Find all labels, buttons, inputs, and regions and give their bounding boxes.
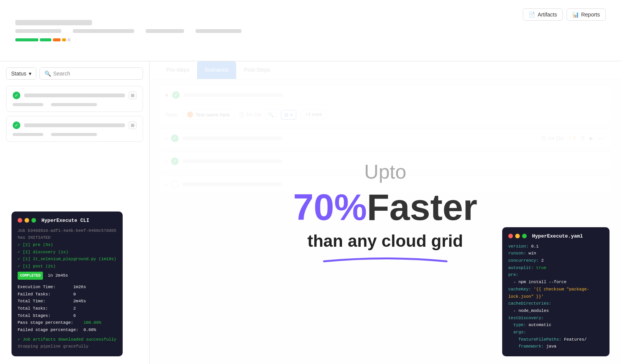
subtitle-item-2 bbox=[73, 29, 134, 33]
chevron-down-icon: ▾ bbox=[29, 71, 31, 77]
yaml-terminal-header: HyperExecute.yaml bbox=[508, 233, 603, 239]
yaml-dot-red bbox=[508, 234, 513, 238]
subtitle-row bbox=[15, 29, 606, 33]
artifacts-icon: 📄 bbox=[529, 11, 535, 18]
promo-upto: Upto bbox=[364, 160, 406, 183]
search-placeholder: Search bbox=[53, 71, 70, 77]
expand-btn-1[interactable]: ⊞ bbox=[129, 92, 136, 99]
progress-segment-2 bbox=[40, 38, 51, 41]
sidebar-item-top-2: ✓ ⊞ bbox=[13, 121, 136, 129]
cli-fail-pct: Failed stage percentage: 0.00% bbox=[18, 326, 117, 334]
cli-total-stages: Total Stages: 6 bbox=[18, 312, 117, 320]
yaml-concurrency: concurrency: 2 bbox=[508, 257, 603, 264]
progress-segment-3 bbox=[53, 38, 61, 41]
search-icon: 🔍 bbox=[44, 71, 51, 77]
check-icon-1: ✓ bbox=[13, 92, 20, 99]
terminal-dot-red bbox=[18, 218, 22, 223]
terminal-dot-yellow bbox=[25, 218, 29, 223]
subtitle-item-4 bbox=[196, 29, 242, 33]
yaml-testdiscovery: testDiscovery: bbox=[508, 315, 603, 322]
expand-icon-1[interactable]: ⊞ bbox=[129, 92, 136, 99]
terminal-body: Job b346d916-adf1-4a4b-beef-9468c57dd65 … bbox=[18, 227, 117, 350]
top-bar-actions: 📄 Artifacts 📊 Reports bbox=[523, 8, 606, 21]
reports-label: Reports bbox=[581, 11, 600, 18]
sidebar-toolbar: Status ▾ 🔍 Search bbox=[6, 67, 143, 80]
progress-bar-row bbox=[15, 38, 606, 41]
cli-stopping-line: Stopping pipeline gracefully bbox=[18, 343, 117, 350]
reports-icon: 📊 bbox=[572, 11, 579, 18]
top-bar: 📄 Artifacts 📊 Reports bbox=[0, 0, 621, 61]
sidebar-meta-2 bbox=[51, 103, 97, 106]
yaml-featurefilepaths: featureFilePaths: Features/ bbox=[508, 336, 603, 343]
sidebar-item-label-1 bbox=[24, 93, 125, 97]
cli-terminal: HyperExecute CLI Job b346d916-adf1-4a4b-… bbox=[12, 212, 123, 356]
artifacts-label: Artifacts bbox=[537, 11, 557, 18]
terminal-dot-green bbox=[31, 218, 36, 223]
progress-segment-1 bbox=[15, 38, 38, 41]
promo-faster: Faster bbox=[367, 186, 477, 228]
cli-line-1: Job b346d916-adf1-4a4b-beef-9468c57dd65 bbox=[18, 227, 117, 234]
yaml-cachekey: cacheKey: '{{ checksum "package-lock.jso… bbox=[508, 286, 603, 300]
progress-segment-4 bbox=[62, 38, 66, 41]
yaml-nodemodules: - node_modules bbox=[508, 307, 603, 315]
sidebar-item[interactable]: ✓ ⊞ bbox=[6, 86, 143, 112]
yaml-dot-green bbox=[522, 234, 527, 238]
cli-total-tasks: Total Tasks: 2 bbox=[18, 305, 117, 312]
cli-line-5: ✓ [1] lt_selenium_playground.py (1m18s) bbox=[18, 256, 117, 263]
sidebar-meta-3 bbox=[13, 133, 43, 136]
sidebar-meta-4 bbox=[51, 133, 97, 136]
sidebar-item-2[interactable]: ✓ ⊞ bbox=[6, 116, 143, 142]
yaml-terminal: HyperExecute.yaml version: 0.1 runson: w… bbox=[502, 227, 610, 356]
completed-badge: COMPLETED bbox=[18, 272, 43, 280]
cli-line-4: ✓ [2] discovery (1s) bbox=[18, 249, 117, 256]
cli-failed-tasks: Failed Tasks: 0 bbox=[18, 291, 117, 298]
expand-icon-2[interactable]: ⊞ bbox=[129, 121, 136, 129]
cli-total-time: Total Time: 2m45s bbox=[18, 298, 117, 305]
subtitle-item-1 bbox=[15, 29, 61, 33]
yaml-cachedirs: cacheDirectories: bbox=[508, 300, 603, 307]
yaml-body: version: 0.1 runson: win concurrency: 2 … bbox=[508, 243, 603, 350]
cli-artifacts-line: ✓ Job artifacts downloaded successfully bbox=[18, 336, 117, 343]
promo-headline: 70% Faster bbox=[293, 186, 477, 228]
yaml-autosplit: autosplit: true bbox=[508, 264, 603, 272]
terminal-header: HyperExecute CLI bbox=[18, 218, 117, 223]
sidebar-meta-1 bbox=[13, 103, 43, 106]
sidebar-item-label-2 bbox=[24, 123, 125, 127]
cli-pass-pct: Pass stage percentage: 100.00% bbox=[18, 319, 117, 326]
yaml-args: args: bbox=[508, 329, 603, 336]
title-placeholder bbox=[15, 20, 92, 25]
cli-exec-time: Execution Time: 1m26s bbox=[18, 284, 117, 291]
completed-time: in 2m45s bbox=[48, 273, 68, 278]
promo-percent: 70% bbox=[293, 186, 367, 228]
cli-line-3: ✓ [2] pre (5s) bbox=[18, 241, 117, 249]
subtitle-item-3 bbox=[146, 29, 184, 33]
promo-tagline: than any cloud grid bbox=[307, 231, 463, 251]
yaml-type: type: automatic bbox=[508, 321, 603, 329]
expand-btn-2[interactable]: ⊞ bbox=[129, 121, 136, 129]
yaml-framework: frameWork: java bbox=[508, 343, 603, 350]
search-box[interactable]: 🔍 Search bbox=[39, 67, 143, 80]
progress-segment-5 bbox=[67, 38, 71, 41]
status-label: Status bbox=[11, 71, 26, 77]
yaml-terminal-title: HyperExecute.yaml bbox=[532, 233, 583, 239]
yaml-pre: pre: bbox=[508, 271, 603, 279]
artifacts-button[interactable]: 📄 Artifacts bbox=[523, 8, 563, 21]
yaml-runson: runson: win bbox=[508, 250, 603, 257]
cli-line-6: ✓ [1] post (2s) bbox=[18, 263, 117, 270]
sidebar-item-top-1: ✓ ⊞ bbox=[13, 92, 136, 99]
cli-line-2: has INITIATED bbox=[18, 234, 117, 241]
check-icon-2: ✓ bbox=[13, 121, 20, 129]
reports-button[interactable]: 📊 Reports bbox=[567, 8, 606, 21]
status-dropdown[interactable]: Status ▾ bbox=[6, 67, 36, 80]
terminal-title: HyperExecute CLI bbox=[41, 218, 89, 223]
yaml-dot-yellow bbox=[515, 234, 520, 238]
promo-underline-svg bbox=[320, 254, 450, 265]
title-row: 📄 Artifacts 📊 Reports bbox=[15, 20, 606, 25]
sidebar-item-bottom-1 bbox=[13, 103, 136, 106]
yaml-version: version: 0.1 bbox=[508, 243, 603, 250]
cli-completed-line: COMPLETED in 2m45s bbox=[18, 272, 117, 280]
sidebar-item-bottom-2 bbox=[13, 133, 136, 136]
yaml-npm: - npm install --force bbox=[508, 279, 603, 286]
